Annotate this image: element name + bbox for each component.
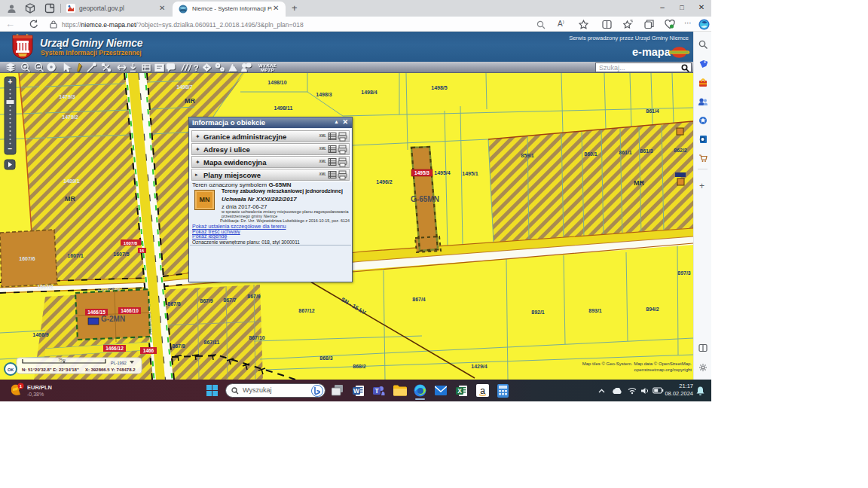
svg-text:1607/6: 1607/6 xyxy=(19,256,35,261)
svg-text:1466/12: 1466/12 xyxy=(105,346,124,351)
svg-text:1498/3: 1498/3 xyxy=(316,92,332,97)
svg-text:16: 16 xyxy=(139,249,144,253)
svg-text:1498/5: 1498/5 xyxy=(431,85,448,90)
svg-text:867/7: 867/7 xyxy=(223,297,237,303)
svg-text:a: a xyxy=(480,386,485,396)
svg-text:N: 51°20'32.8" E: 22°34'18": N: 51°20'32.8" E: 22°34'18" xyxy=(22,368,79,372)
svg-text:1429/4: 1429/4 xyxy=(471,364,487,369)
svg-text:861/1: 861/1 xyxy=(619,150,632,155)
svg-text:75m: 75m xyxy=(58,358,66,362)
svg-text:1607/8: 1607/8 xyxy=(124,241,138,246)
svg-text:894/2: 894/2 xyxy=(646,307,659,312)
svg-text:868/2: 868/2 xyxy=(353,364,366,369)
svg-text:?: ? xyxy=(194,63,199,72)
svg-text:1607/5: 1607/5 xyxy=(113,252,130,257)
svg-text:X: 392866.5 Y: 748478.2: X: 392866.5 Y: 748478.2 xyxy=(85,368,136,372)
svg-text:MPZP: MPZP xyxy=(261,68,274,72)
svg-text:1466: 1466 xyxy=(143,348,154,353)
svg-text:1498/10: 1498/10 xyxy=(267,80,286,85)
svg-text:1466/9: 1466/9 xyxy=(32,332,49,337)
svg-text:867/9: 867/9 xyxy=(200,298,213,303)
svg-text:1496/2: 1496/2 xyxy=(376,179,393,185)
svg-text:1466/15: 1466/15 xyxy=(87,310,105,315)
svg-text:1479/2: 1479/2 xyxy=(62,114,78,120)
svg-text:862/2: 862/2 xyxy=(674,148,687,153)
svg-text:PL-1992: PL-1992 xyxy=(111,361,127,365)
svg-text:860/1: 860/1 xyxy=(584,151,598,157)
svg-text:1466/10: 1466/10 xyxy=(121,308,139,313)
svg-text:867/11: 867/11 xyxy=(203,340,219,345)
svg-text:OK: OK xyxy=(8,368,14,372)
svg-text:861/4: 861/4 xyxy=(646,108,659,114)
svg-text:G-65MN: G-65MN xyxy=(411,195,439,203)
svg-text:892/1: 892/1 xyxy=(531,310,545,315)
svg-text:W: W xyxy=(353,387,360,395)
svg-text:897/3: 897/3 xyxy=(677,270,691,276)
svg-text:1495/1: 1495/1 xyxy=(462,171,478,176)
svg-text:MR: MR xyxy=(185,97,195,105)
svg-text:MR: MR xyxy=(65,195,75,203)
svg-text:1607/1: 1607/1 xyxy=(67,253,84,258)
svg-text:Map tiles © Geo-System. Map da: Map tiles © Geo-System. Map data © OpenS… xyxy=(582,361,692,366)
svg-text:1498/4: 1498/4 xyxy=(361,90,377,95)
svg-text:859/1: 859/1 xyxy=(521,153,534,158)
svg-text:MR: MR xyxy=(634,179,644,187)
svg-text:openstreetmap.org/copyright: openstreetmap.org/copyright xyxy=(634,368,692,372)
svg-text:867/12: 867/12 xyxy=(298,308,315,313)
svg-text:−: − xyxy=(8,145,13,153)
svg-text:+: + xyxy=(8,78,13,86)
svg-text:867/9: 867/9 xyxy=(247,294,261,299)
svg-text:1495/3: 1495/3 xyxy=(414,170,429,175)
svg-text:861/3: 861/3 xyxy=(640,148,653,154)
svg-text:1495/4: 1495/4 xyxy=(434,170,451,175)
svg-text:868/3: 868/3 xyxy=(319,355,333,361)
svg-text:T: T xyxy=(374,387,379,395)
svg-text:893/1: 893/1 xyxy=(588,308,602,313)
svg-text:867/4: 867/4 xyxy=(412,297,426,302)
svg-text:1479/3: 1479/3 xyxy=(59,94,75,99)
svg-text:X: X xyxy=(457,387,462,395)
svg-text:G-2MN: G-2MN xyxy=(101,315,125,323)
svg-text:1498/11: 1498/11 xyxy=(274,105,293,111)
svg-text:867/10: 867/10 xyxy=(249,335,265,340)
svg-text:867/8: 867/8 xyxy=(167,301,181,307)
svg-text:867/8: 867/8 xyxy=(172,343,185,349)
svg-text:1607/2: 1607/2 xyxy=(37,284,53,289)
svg-text:1489/1: 1489/1 xyxy=(63,178,80,184)
svg-text:1498/7: 1498/7 xyxy=(176,84,193,90)
